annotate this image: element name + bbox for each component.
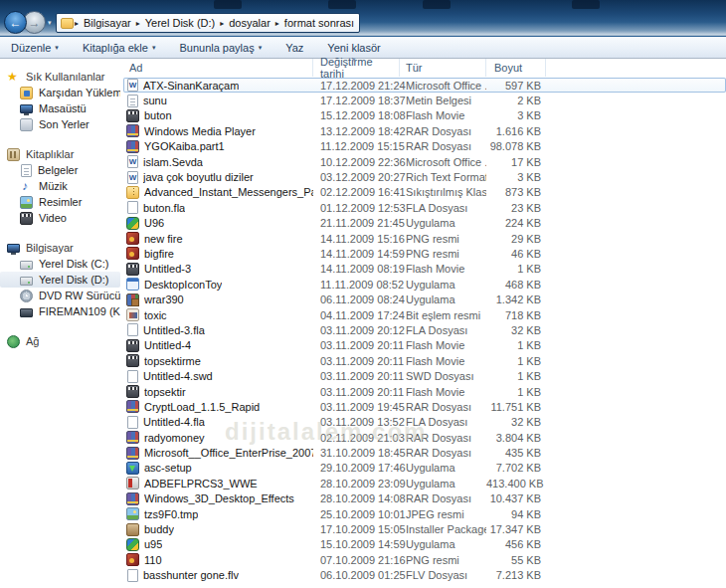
file-row[interactable]: wrar39006.11.2009 08:24Uygulama1.342 KB bbox=[123, 292, 726, 306]
file-row[interactable]: Microsoft__Office_EnterPrise_2007__activ… bbox=[123, 445, 726, 460]
file-row[interactable]: YGOKaiba.part111.12.2009 15:15RAR Dosyas… bbox=[123, 139, 726, 154]
file-name-text: tzs9F0.tmp bbox=[144, 508, 198, 520]
file-size-cell: 3 KB bbox=[486, 171, 546, 183]
breadcrumb-item[interactable]: format sonrası bbox=[280, 17, 358, 29]
file-name-cell: asc-setup bbox=[123, 462, 313, 475]
file-row[interactable]: Untitled-314.11.2009 08:19Flash Movie1 K… bbox=[123, 262, 726, 277]
file-row[interactable]: Untitled-3.fla03.11.2009 20:12FLA Dosyas… bbox=[123, 322, 726, 337]
file-row[interactable]: asc-setup29.10.2009 17:46Uygulama7.702 K… bbox=[123, 461, 726, 476]
sidebar-section-kitapliklar: KitaplıklarBelgelerMüzikResimlerVideo bbox=[0, 146, 121, 226]
sidebar-item-belgeler[interactable]: Belgeler bbox=[0, 162, 120, 178]
file-name-text: Untitled-4 bbox=[144, 339, 191, 351]
column-header-type[interactable]: Tür bbox=[400, 59, 486, 77]
file-name-text: u95 bbox=[144, 538, 162, 550]
sidebar-item-label: Yerel Disk (C:) bbox=[39, 258, 109, 270]
navigation-buttons: ← → ▾ bbox=[4, 11, 52, 34]
file-row[interactable]: ADBEFLPRCS3_WWE28.10.2009 23:09Uygulama4… bbox=[123, 476, 726, 490]
address-bar[interactable]: ▸Bilgisayar▸Yerel Disk (D:)▸dosyalar▸for… bbox=[56, 13, 360, 33]
sidebar-item-muzik[interactable]: Müzik bbox=[0, 178, 120, 194]
file-date-cell: 02.11.2009 21:03 bbox=[313, 432, 400, 444]
sidebar-item-son-yerler[interactable]: Son Yerler bbox=[0, 116, 120, 132]
blank-doc-icon bbox=[127, 569, 138, 582]
file-row[interactable]: topsektirme03.11.2009 20:11Flash Movie1 … bbox=[123, 353, 726, 368]
file-row[interactable]: U9621.11.2009 21:45Uygulama224 KB bbox=[123, 216, 726, 231]
file-size-cell: 873 KB bbox=[486, 186, 546, 198]
sidebar-item-video[interactable]: Video bbox=[0, 210, 120, 226]
column-header-size[interactable]: Boyut bbox=[486, 59, 546, 77]
file-row[interactable]: buton15.12.2009 18:08Flash Movie3 KB bbox=[123, 108, 726, 123]
file-row[interactable]: 11007.10.2009 21:16PNG resmi55 KB bbox=[123, 552, 726, 567]
setup-app-icon bbox=[126, 462, 139, 475]
file-row[interactable]: CryptLoad_1.1.5_Rapid03.11.2009 19:45RAR… bbox=[123, 399, 726, 414]
file-date-cell: 14.11.2009 15:16 bbox=[313, 233, 400, 245]
file-row[interactable]: islam.Sevda10.12.2009 22:36Microsoft Off… bbox=[123, 154, 726, 169]
breadcrumb-separator-icon: ▸ bbox=[358, 19, 360, 28]
toolbar-button-yaz[interactable]: Yaz bbox=[285, 42, 303, 54]
file-row[interactable]: buddy17.10.2009 15:05Installer Package17… bbox=[123, 521, 726, 536]
file-row[interactable]: ATX-SinanKaraçam17.12.2009 21:24Microsof… bbox=[123, 78, 726, 93]
column-header-name[interactable]: Ad bbox=[123, 59, 313, 77]
breadcrumb-item[interactable]: dosyalar bbox=[225, 17, 274, 29]
file-row[interactable]: topsektir03.11.2009 20:11Flash Movie1 KB bbox=[123, 384, 726, 399]
file-row[interactable]: sunu17.12.2009 18:37Metin Belgesi2 KB bbox=[123, 93, 726, 107]
file-row[interactable]: DesktopIconToy11.11.2009 08:52Uygulama46… bbox=[123, 277, 726, 292]
sidebar-section-sik-kullanilanlar: Sık KullanılanlarKarşıdan YüklemelerMasa… bbox=[0, 69, 121, 132]
file-size-cell: 597 KB bbox=[486, 80, 546, 92]
toolbar-button-kitapliga-ekle[interactable]: Kitaplığa ekle▾ bbox=[83, 42, 156, 54]
file-size-cell: 1 KB bbox=[486, 263, 546, 275]
sidebar-item-resimler[interactable]: Resimler bbox=[0, 194, 120, 210]
file-date-cell: 13.12.2009 18:42 bbox=[313, 125, 400, 137]
sidebar-section-ag-header[interactable]: Ağ bbox=[0, 333, 121, 349]
sidebar-item-masaustu[interactable]: Masaüstü bbox=[0, 100, 120, 116]
sidebar-section-sik-kullanilanlar-header[interactable]: Sık Kullanılanlar bbox=[0, 69, 121, 85]
sidebar-item-fireman109-k[interactable]: FIREMAN109 (K:) bbox=[0, 303, 120, 319]
file-row[interactable]: buton.fla01.12.2009 12:53FLA Dosyası23 K… bbox=[123, 200, 726, 215]
file-size-cell: 1 KB bbox=[486, 370, 546, 382]
file-row[interactable]: Windows_3D_Desktop_Effects28.10.2009 14:… bbox=[123, 491, 726, 506]
sidebar-item-karsidan-yuklemeler[interactable]: Karşıdan Yüklemeler bbox=[0, 85, 120, 100]
column-header-date[interactable]: Değiştirme tarihi▾ bbox=[313, 59, 400, 77]
breadcrumb-item[interactable]: Bilgisayar bbox=[80, 17, 135, 29]
file-size-cell: 1 KB bbox=[486, 339, 546, 351]
file-row[interactable]: Untitled-4.swd03.11.2009 20:11SWD Dosyas… bbox=[123, 368, 726, 383]
file-name-text: bigfire bbox=[144, 248, 174, 260]
file-name-cell: ATX-SinanKaraçam bbox=[123, 79, 313, 92]
toolbar-button-bununla-paylas[interactable]: Bununla paylaş▾ bbox=[179, 42, 262, 54]
file-row[interactable]: u9515.10.2009 14:59Uygulama456 KB bbox=[123, 537, 726, 552]
file-name-cell: java çok boyutlu diziler bbox=[123, 171, 313, 184]
file-row[interactable]: Advanced_Instant_Messengers_Password...0… bbox=[123, 185, 726, 200]
file-row[interactable]: basshunter gone.flv06.10.2009 01:25FLV D… bbox=[123, 568, 726, 583]
music-library-icon bbox=[20, 180, 33, 193]
sidebar-section-bilgisayar-header[interactable]: Bilgisayar bbox=[0, 240, 121, 256]
file-name-cell: u95 bbox=[123, 538, 313, 551]
toolbar-button-yeni-klasor[interactable]: Yeni klasör bbox=[327, 42, 380, 54]
sidebar-item-yerel-disk-c[interactable]: Yerel Disk (C:) bbox=[0, 256, 120, 272]
file-type-cell: FLA Dosyası bbox=[400, 202, 486, 214]
file-row[interactable]: radyomoney02.11.2009 21:03RAR Dosyası3.8… bbox=[123, 430, 726, 445]
file-row[interactable]: Windows Media Player13.12.2009 18:42RAR … bbox=[123, 123, 726, 138]
recent-pages-chevron-icon[interactable]: ▾ bbox=[48, 19, 52, 27]
file-row[interactable]: Untitled-403.11.2009 20:11Flash Movie1 K… bbox=[123, 338, 726, 353]
computer-icon bbox=[7, 244, 20, 253]
flash-movie-icon bbox=[126, 109, 139, 122]
documents-library-icon bbox=[21, 164, 32, 177]
rtf-doc-icon bbox=[127, 171, 138, 184]
sidebar-section-kitapliklar-header[interactable]: Kitaplıklar bbox=[0, 146, 121, 162]
file-row[interactable]: tzs9F0.tmp25.10.2009 10:01JPEG resmi94 K… bbox=[123, 506, 726, 521]
file-name-text: java çok boyutlu diziler bbox=[143, 171, 254, 183]
sidebar-item-yerel-disk-d[interactable]: Yerel Disk (D:) bbox=[0, 272, 120, 288]
file-row[interactable]: bigfire14.11.2009 14:59PNG resmi46 KB bbox=[123, 246, 726, 261]
file-name-cell: toxic bbox=[123, 308, 313, 321]
file-row[interactable]: toxic04.11.2009 17:24Bit eşlem resmi718 … bbox=[123, 307, 726, 322]
file-row[interactable]: java çok boyutlu diziler03.12.2009 20:27… bbox=[123, 169, 726, 184]
toolbar-button-duzenle[interactable]: Düzenle▾ bbox=[11, 42, 59, 54]
file-row[interactable]: new fire14.11.2009 15:16PNG resmi29 KB bbox=[123, 231, 726, 246]
dropdown-caret-icon: ▾ bbox=[152, 44, 156, 52]
file-name-text: new fire bbox=[144, 233, 183, 245]
back-button[interactable]: ← bbox=[4, 11, 27, 34]
sidebar-item-dvd-rw-surucusu[interactable]: DVD RW Sürücüsü (E bbox=[0, 288, 120, 303]
file-name-text: YGOKaiba.part1 bbox=[144, 140, 225, 152]
file-row[interactable]: Untitled-4.fla03.11.2009 13:52FLA Dosyas… bbox=[123, 415, 726, 430]
adobe-app-icon bbox=[126, 477, 139, 490]
breadcrumb-item[interactable]: Yerel Disk (D:) bbox=[141, 17, 220, 29]
